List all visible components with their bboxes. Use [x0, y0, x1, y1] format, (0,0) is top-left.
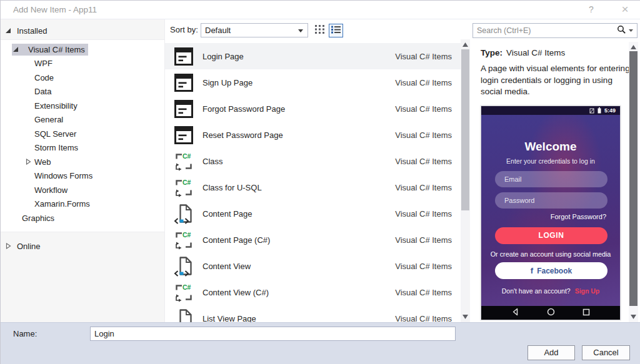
tree-expanded-icon[interactable]	[13, 47, 28, 52]
phone-navbar	[481, 306, 620, 320]
xaml-page-icon	[173, 308, 194, 323]
svg-text:C#: C#	[182, 283, 191, 291]
search-dropdown-icon[interactable]	[629, 29, 633, 32]
search-icon[interactable]	[617, 25, 626, 37]
statusbar-time: 5:49	[604, 107, 616, 114]
list-item-class-for-u-sql[interactable]: C#Class for U-SQLVisual C# Items	[165, 174, 461, 200]
csharp-class-icon: C#	[173, 151, 194, 172]
sidebar-item-code[interactable]: Code	[1, 71, 164, 85]
type-line: Type:Visual C# Items	[481, 48, 565, 57]
template-list-panel: Sort by: Default	[165, 19, 471, 322]
sidebar-item-graphics[interactable]: Graphics	[1, 211, 164, 225]
sidebar-item-extensibility[interactable]: Extensibility	[1, 99, 164, 113]
scroll-thumb[interactable]	[629, 51, 638, 306]
item-name: Forgot Password Page	[202, 104, 285, 114]
facebook-icon: f	[531, 266, 533, 275]
item-group: Visual C# Items	[395, 52, 452, 61]
sidebar-item-label: General	[34, 115, 63, 124]
xaml-page-icon	[173, 256, 194, 277]
item-name: Class for U-SQL	[202, 183, 262, 192]
view-list-button[interactable]	[329, 24, 343, 37]
preview-subtitle: Enter your credentials to log in	[481, 157, 620, 165]
sidebar-item-storm-items[interactable]: Storm Items	[1, 141, 164, 155]
sidebar-item-general[interactable]: General	[1, 113, 164, 127]
scroll-down-icon[interactable]	[631, 315, 636, 319]
list-item-content-view[interactable]: Content ViewVisual C# Items	[165, 253, 461, 279]
tree-expanded-icon[interactable]	[6, 28, 12, 34]
list-item-content-view-c[interactable]: C#Content View (C#)Visual C# Items	[165, 279, 461, 305]
list-item-sign-up-page[interactable]: Sign Up PageVisual C# Items	[165, 69, 461, 96]
preview-social-text: Or create an account using social media	[481, 250, 620, 258]
category-tree: Visual C# ItemsWPFCodeDataExtensibilityG…	[1, 39, 165, 232]
sidebar-item-online[interactable]: Online	[1, 239, 164, 253]
sidebar-item-windows-forms[interactable]: Windows Forms	[1, 169, 164, 184]
cancel-button[interactable]: Cancel	[582, 345, 630, 360]
sidebar-item-wpf[interactable]: WPF	[1, 57, 164, 71]
item-name: Content Page (C#)	[202, 235, 270, 245]
form-page-icon	[173, 72, 194, 93]
sidebar-item-installed[interactable]: Installed	[1, 24, 164, 37]
sidebar-item-label: Web	[34, 157, 51, 167]
list-item-content-page-c[interactable]: C#Content Page (C#)Visual C# Items	[165, 227, 461, 253]
list-scrollbar[interactable]	[461, 39, 470, 322]
list-item-reset-password-page[interactable]: Reset Password PageVisual C# Items	[165, 122, 461, 148]
svg-text:C#: C#	[182, 152, 191, 160]
view-grid-button[interactable]	[312, 24, 327, 37]
phone-statusbar: 5:49	[481, 106, 620, 115]
item-list: Login PageVisual C# ItemsSign Up PageVis…	[165, 39, 461, 322]
list-item-class[interactable]: C#ClassVisual C# Items	[165, 148, 461, 174]
item-group: Visual C# Items	[395, 157, 452, 166]
sidebar-item-label: Extensibility	[34, 101, 78, 111]
xaml-page-icon	[173, 204, 194, 224]
list-view-icon	[331, 25, 341, 37]
sidebar-item-visual-c-items[interactable]: Visual C# Items	[1, 42, 164, 57]
tree-collapsed-icon[interactable]	[26, 159, 34, 165]
add-button[interactable]: Add	[528, 345, 575, 360]
list-toolbar: Sort by: Default	[165, 19, 471, 39]
preview-welcome-title: Welcome	[481, 140, 620, 154]
preview-login-button: LOGIN	[495, 227, 608, 244]
item-group: Visual C# Items	[395, 209, 452, 219]
sidebar-item-label: Graphics	[22, 214, 54, 223]
tree-collapsed-icon[interactable]	[6, 243, 12, 249]
sort-by-value: Default	[205, 26, 231, 35]
list-item-login-page[interactable]: Login PageVisual C# Items	[165, 43, 461, 69]
preview-email-field: Email	[495, 171, 608, 187]
search-box[interactable]	[472, 23, 638, 38]
csharp-class-icon: C#	[173, 282, 194, 303]
name-input[interactable]	[90, 327, 456, 341]
list-item-list-view-page[interactable]: List View PageVisual C# Items	[165, 305, 461, 322]
scroll-thumb[interactable]	[461, 49, 469, 210]
search-input[interactable]	[473, 26, 617, 35]
preview-facebook-button: f Facebook	[495, 262, 608, 279]
dropdown-arrow-icon	[298, 29, 303, 32]
preview-password-field: Password	[495, 192, 608, 209]
sort-by-dropdown[interactable]: Default	[201, 23, 308, 37]
help-button[interactable]: ?	[581, 1, 602, 18]
sidebar-item-web[interactable]: Web	[1, 155, 164, 169]
close-button[interactable]: ×	[614, 1, 636, 18]
sidebar-item-label: Visual C# Items	[28, 45, 85, 54]
sidebar-item-data[interactable]: Data	[1, 85, 164, 99]
item-name: Reset Password Page	[202, 130, 283, 140]
scroll-up-icon[interactable]	[631, 45, 636, 49]
category-sidebar: Installed Visual C# ItemsWPFCodeDataExte…	[1, 19, 165, 322]
sidebar-item-xamarin-forms[interactable]: Xamarin.Forms	[1, 197, 164, 212]
item-group: Visual C# Items	[395, 183, 452, 192]
sidebar-item-label: SQL Server	[34, 129, 76, 139]
sidebar-item-label: Workflow	[34, 185, 68, 195]
list-item-forgot-password-page[interactable]: Forgot Password PageVisual C# Items	[165, 96, 461, 122]
preview-forgot-link: Forgot Password?	[551, 213, 606, 220]
list-item-content-page[interactable]: Content PageVisual C# Items	[165, 200, 461, 227]
item-group: Visual C# Items	[395, 104, 452, 114]
item-group: Visual C# Items	[395, 314, 452, 323]
details-scrollbar[interactable]	[629, 42, 638, 322]
svg-text:C#: C#	[182, 179, 191, 186]
sidebar-item-sql-server[interactable]: SQL Server	[1, 127, 164, 141]
scroll-up-icon[interactable]	[462, 42, 468, 47]
android-back-icon	[511, 307, 519, 318]
sidebar-item-workflow[interactable]: Workflow	[1, 183, 164, 197]
details-panel: Type:Visual C# Items A page with visual …	[471, 19, 640, 322]
scroll-down-icon[interactable]	[462, 315, 468, 319]
item-name: Content View	[202, 262, 251, 271]
